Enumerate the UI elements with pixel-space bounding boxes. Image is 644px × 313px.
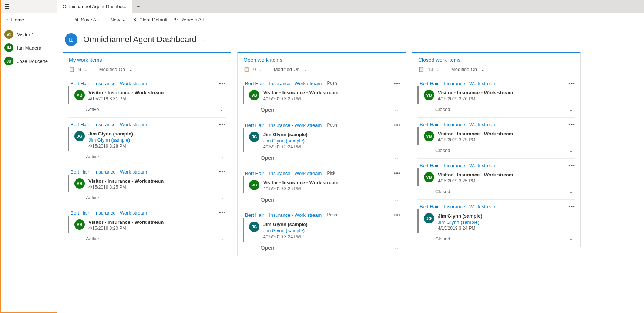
card-sublink[interactable]: Jim Glynn (sample) bbox=[263, 228, 308, 233]
card-more-icon[interactable]: ••• bbox=[568, 162, 575, 168]
visitor-name: Visitor 1 bbox=[17, 32, 34, 37]
card-title: Visitor - Insurance - Work stream bbox=[88, 178, 164, 184]
card-stream-link[interactable]: Insurance - Work stream bbox=[444, 204, 496, 209]
toolbar-clear-default[interactable]: ✕ Clear Default bbox=[133, 17, 167, 23]
card-more-icon[interactable]: ••• bbox=[394, 80, 400, 86]
card-stream-link[interactable]: Insurance - Work stream bbox=[444, 163, 496, 168]
card-owner-link[interactable]: Bert Hair bbox=[245, 81, 264, 86]
card-owner-link[interactable]: Bert Hair bbox=[420, 163, 439, 168]
card-owner-link[interactable]: Bert Hair bbox=[245, 212, 264, 218]
chevron-down-icon[interactable]: ⌄ bbox=[395, 197, 398, 202]
tab-add-button[interactable]: + bbox=[132, 1, 145, 12]
card-status: Open bbox=[261, 245, 274, 251]
card-more-icon[interactable]: ••• bbox=[394, 122, 400, 128]
avatar: VB bbox=[74, 178, 85, 189]
toolbar-new[interactable]: + New ⌄ bbox=[105, 17, 127, 23]
work-item-card[interactable]: Bert HairInsurance - Work stream•••JGJim… bbox=[68, 117, 226, 161]
avatar: V1 bbox=[4, 30, 13, 39]
toolbar-refresh-all-label: Refresh All bbox=[180, 17, 204, 23]
work-item-card[interactable]: Bert HairInsurance - Work stream•••VBVis… bbox=[68, 165, 226, 202]
card-stream-link[interactable]: Insurance - Work stream bbox=[94, 169, 147, 175]
chevron-down-icon[interactable]: ⌄ bbox=[220, 154, 224, 159]
sort-arrow-icon[interactable]: ↓ bbox=[85, 67, 87, 72]
card-stream-link[interactable]: Insurance - Work stream bbox=[94, 210, 147, 216]
sidebar-visitor-item[interactable]: IMIan Madera bbox=[1, 41, 57, 54]
card-stream-link[interactable]: Insurance - Work stream bbox=[444, 122, 496, 127]
card-owner-link[interactable]: Bert Hair bbox=[70, 81, 89, 86]
card-more-icon[interactable]: ••• bbox=[219, 210, 226, 216]
card-owner-link[interactable]: Bert Hair bbox=[70, 169, 89, 175]
card-title: Visitor - Insurance - Work stream bbox=[88, 90, 164, 95]
card-more-icon[interactable]: ••• bbox=[568, 121, 575, 127]
chevron-down-icon[interactable]: ⌄ bbox=[569, 107, 573, 112]
card-owner-link[interactable]: Bert Hair bbox=[70, 122, 89, 127]
card-title: Visitor - Insurance - Work stream bbox=[88, 219, 164, 225]
card-sublink[interactable]: Jim Glynn (sample) bbox=[438, 219, 482, 225]
chevron-down-icon[interactable]: ⌄ bbox=[220, 195, 224, 201]
work-item-card[interactable]: Bert HairInsurance - Work streamPush•••V… bbox=[243, 77, 400, 114]
card-stream-link[interactable]: Insurance - Work stream bbox=[269, 171, 322, 176]
card-tag: Push bbox=[327, 122, 337, 128]
avatar: JG bbox=[249, 222, 259, 232]
column-meta: 📋13↓Modified On⌄ bbox=[418, 67, 574, 72]
toolbar-save-as[interactable]: 🖫 Save As bbox=[74, 17, 99, 23]
toolbar-refresh-all[interactable]: ↻ Refresh All bbox=[174, 17, 204, 23]
card-stream-link[interactable]: Insurance - Work stream bbox=[269, 81, 322, 86]
sort-arrow-icon[interactable]: ↓ bbox=[437, 67, 439, 72]
card-date: 4/15/2019 3:31 PM bbox=[88, 96, 164, 101]
chevron-down-icon[interactable]: ⌄ bbox=[569, 236, 573, 242]
card-owner-link[interactable]: Bert Hair bbox=[420, 204, 439, 209]
chevron-down-icon[interactable]: ⌄ bbox=[303, 67, 308, 72]
work-item-card[interactable]: Bert HairInsurance - Work stream•••VBVis… bbox=[417, 158, 575, 196]
tab-dashboard[interactable]: Omnichannel Agent Dashbo... bbox=[57, 0, 132, 13]
card-title: Visitor - Insurance - Work stream bbox=[438, 90, 513, 95]
card-more-icon[interactable]: ••• bbox=[219, 80, 226, 86]
chevron-down-icon[interactable]: ⌄ bbox=[569, 148, 573, 153]
card-owner-link[interactable]: Bert Hair bbox=[70, 210, 89, 216]
work-item-card[interactable]: Bert HairInsurance - Work streamPush•••J… bbox=[243, 118, 400, 162]
card-more-icon[interactable]: ••• bbox=[219, 121, 226, 127]
card-more-icon[interactable]: ••• bbox=[219, 169, 226, 175]
sidebar-visitor-item[interactable]: JDJose Doucette bbox=[1, 54, 57, 68]
hamburger-menu-icon[interactable]: ☰ bbox=[4, 3, 53, 10]
card-owner-link[interactable]: Bert Hair bbox=[420, 81, 439, 86]
card-status: Active bbox=[86, 195, 99, 201]
card-owner-link[interactable]: Bert Hair bbox=[420, 122, 439, 127]
back-icon[interactable]: ← bbox=[63, 17, 67, 23]
work-item-card[interactable]: Bert HairInsurance - Work streamPush•••J… bbox=[243, 208, 400, 252]
page-title-chevron-icon[interactable]: ⌄ bbox=[202, 37, 207, 43]
card-stream-link[interactable]: Insurance - Work stream bbox=[269, 122, 322, 128]
card-owner-link[interactable]: Bert Hair bbox=[245, 122, 264, 128]
chevron-down-icon[interactable]: ⌄ bbox=[129, 67, 133, 72]
sort-arrow-icon[interactable]: ↓ bbox=[259, 67, 262, 72]
work-item-card[interactable]: Bert HairInsurance - Work streamPick•••V… bbox=[243, 166, 400, 204]
work-item-card[interactable]: Bert HairInsurance - Work stream•••VBVis… bbox=[417, 117, 575, 155]
card-stream-link[interactable]: Insurance - Work stream bbox=[269, 212, 322, 218]
work-item-card[interactable]: Bert HairInsurance - Work stream•••VBVis… bbox=[417, 77, 575, 114]
card-more-icon[interactable]: ••• bbox=[394, 170, 400, 176]
card-title: Visitor - Insurance - Work stream bbox=[263, 90, 338, 95]
card-sublink[interactable]: Jim Glynn (sample) bbox=[88, 137, 133, 143]
card-stream-link[interactable]: Insurance - Work stream bbox=[94, 81, 147, 86]
work-item-card[interactable]: Bert HairInsurance - Work stream•••VBVis… bbox=[68, 206, 226, 243]
work-item-card[interactable]: Bert HairInsurance - Work stream•••VBVis… bbox=[68, 77, 226, 114]
nav-home[interactable]: ⌂ Home bbox=[1, 13, 57, 26]
card-tag: Push bbox=[327, 212, 337, 218]
work-item-card[interactable]: Bert HairInsurance - Work stream•••JGJim… bbox=[417, 199, 575, 243]
chevron-down-icon[interactable]: ⌄ bbox=[569, 189, 573, 194]
card-more-icon[interactable]: ••• bbox=[568, 203, 575, 209]
chevron-down-icon[interactable]: ⌄ bbox=[395, 107, 398, 112]
chevron-down-icon[interactable]: ⌄ bbox=[395, 155, 398, 161]
card-owner-link[interactable]: Bert Hair bbox=[245, 171, 264, 176]
card-date: 4/15/2019 3:20 PM bbox=[88, 226, 164, 231]
chevron-down-icon[interactable]: ⌄ bbox=[395, 245, 398, 250]
card-more-icon[interactable]: ••• bbox=[568, 80, 575, 86]
chevron-down-icon[interactable]: ⌄ bbox=[220, 107, 224, 112]
card-stream-link[interactable]: Insurance - Work stream bbox=[94, 122, 147, 127]
card-stream-link[interactable]: Insurance - Work stream bbox=[444, 81, 496, 86]
sidebar-visitor-item[interactable]: V1Visitor 1 bbox=[1, 28, 57, 41]
chevron-down-icon[interactable]: ⌄ bbox=[481, 67, 485, 72]
chevron-down-icon[interactable]: ⌄ bbox=[220, 236, 224, 242]
card-more-icon[interactable]: ••• bbox=[394, 212, 400, 218]
card-sublink[interactable]: Jim Glynn (sample) bbox=[263, 138, 308, 144]
